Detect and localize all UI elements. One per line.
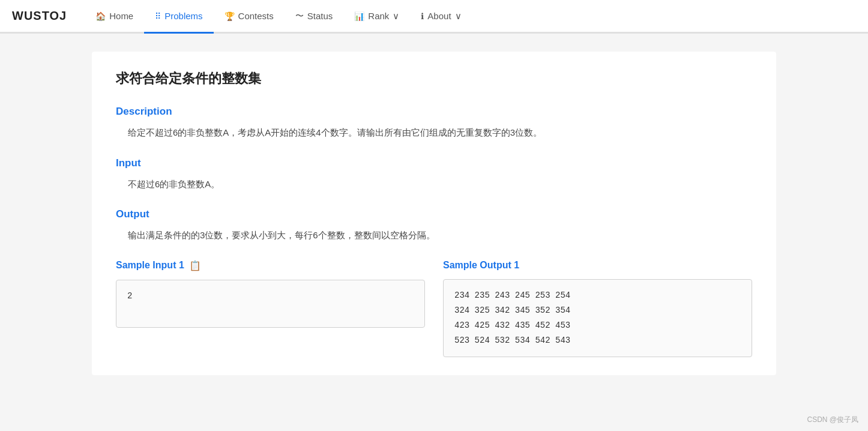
nav-item-home[interactable]: 🏠 Home — [85, 0, 144, 32]
nav-label-status: Status — [307, 11, 333, 21]
problem-title: 求符合给定条件的整数集 — [116, 70, 752, 88]
sample-input-heading: Sample Input 1 📋 — [116, 260, 425, 271]
output-text: 输出满足条件的的3位数，要求从小到大，每行6个整数，整数间以空格分隔。 — [128, 228, 752, 243]
nav-item-status[interactable]: 〜 Status — [285, 0, 344, 32]
sample-output-box: 234 235 243 245 253 254 324 325 342 345 … — [443, 279, 752, 358]
nav-label-home: Home — [109, 11, 133, 21]
nav-label-about: About — [427, 11, 451, 21]
nav-label-contests: Contests — [238, 11, 274, 21]
problem-card: 求符合给定条件的整数集 Description 给定不超过6的非负整数A，考虑从… — [92, 52, 776, 375]
sample-output-heading-label: Sample Output 1 — [443, 260, 519, 271]
nav-link-contests[interactable]: 🏆 Contests — [214, 0, 285, 32]
description-heading: Description — [116, 106, 752, 118]
brand-logo: WUSTOJ — [12, 9, 67, 23]
nav-item-contests[interactable]: 🏆 Contests — [214, 0, 285, 32]
sample-input-box: 2 — [116, 280, 425, 328]
input-section: Input 不超过6的非负整数A。 — [116, 157, 752, 192]
grid-icon: ⠿ — [155, 11, 161, 21]
about-dropdown-chevron-icon: ∨ — [455, 11, 462, 22]
nav-link-rank[interactable]: 📊 Rank ∨ — [343, 0, 410, 32]
input-heading: Input — [116, 157, 752, 169]
nav-item-about[interactable]: ℹ About ∨ — [410, 0, 472, 32]
description-text: 给定不超过6的非负整数A，考虑从A开始的连续4个数字。请输出所有由它们组成的无重… — [128, 125, 752, 140]
navbar: WUSTOJ 🏠 Home ⠿ Problems 🏆 Contests 〜 St… — [0, 0, 868, 34]
nav-links: 🏠 Home ⠿ Problems 🏆 Contests 〜 Status — [85, 0, 472, 32]
nav-link-problems[interactable]: ⠿ Problems — [144, 0, 213, 32]
bar-chart-icon: 📊 — [354, 11, 364, 21]
output-section: Output 输出满足条件的的3位数，要求从小到大，每行6个整数，整数间以空格分… — [116, 208, 752, 243]
description-section: Description 给定不超过6的非负整数A，考虑从A开始的连续4个数字。请… — [116, 106, 752, 140]
nav-item-rank[interactable]: 📊 Rank ∨ — [343, 0, 410, 32]
sample-input-heading-label: Sample Input 1 — [116, 260, 184, 271]
copy-icon[interactable]: 📋 — [189, 260, 201, 271]
home-icon: 🏠 — [95, 11, 106, 21]
trophy-icon: 🏆 — [225, 11, 235, 21]
nav-link-status[interactable]: 〜 Status — [285, 0, 344, 32]
sample-input-col: Sample Input 1 📋 2 — [116, 260, 425, 358]
nav-label-problems: Problems — [164, 11, 202, 21]
pulse-icon: 〜 — [295, 11, 304, 22]
dropdown-chevron-icon: ∨ — [393, 11, 399, 22]
info-circle-icon: ℹ — [421, 11, 424, 21]
nav-label-rank: Rank — [368, 11, 389, 21]
main-container: 求符合给定条件的整数集 Description 给定不超过6的非负整数A，考虑从… — [74, 34, 794, 387]
nav-link-home[interactable]: 🏠 Home — [85, 0, 144, 32]
sample-row: Sample Input 1 📋 2 Sample Output 1 234 2… — [116, 260, 752, 358]
sample-output-col: Sample Output 1 234 235 243 245 253 254 … — [443, 260, 752, 358]
output-heading: Output — [116, 208, 752, 220]
sample-output-heading: Sample Output 1 — [443, 260, 752, 271]
nav-item-problems[interactable]: ⠿ Problems — [144, 0, 213, 32]
nav-link-about[interactable]: ℹ About ∨ — [410, 0, 472, 32]
input-text: 不超过6的非负整数A。 — [128, 176, 752, 192]
